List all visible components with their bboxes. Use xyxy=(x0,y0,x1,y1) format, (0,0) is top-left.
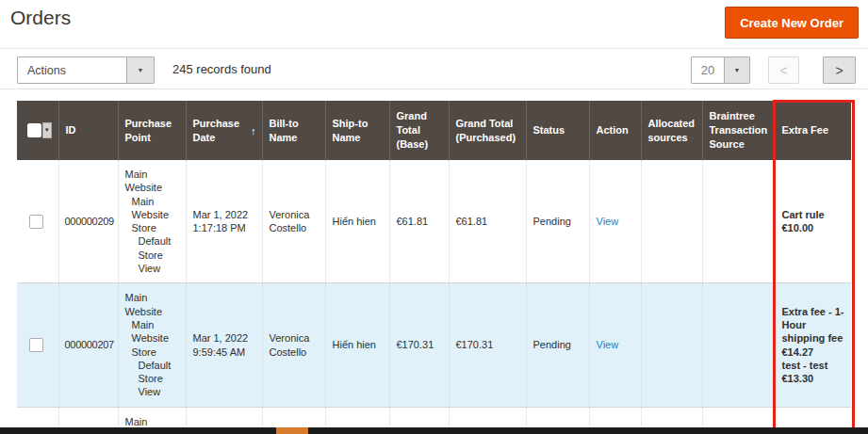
column-header-grand-total-purchased[interactable]: Grand Total (Purchased) xyxy=(449,101,526,160)
bottom-bar-orange-segment xyxy=(276,427,308,434)
status-badge: Pending xyxy=(526,283,589,407)
row-checkbox[interactable] xyxy=(29,215,43,229)
create-new-order-button[interactable]: Create New Order xyxy=(725,7,859,39)
select-all-checkbox[interactable] xyxy=(27,123,41,137)
column-header-allocated-sources[interactable]: Allocated sources xyxy=(641,101,702,160)
column-header-bill-to-name[interactable]: Bill-to Name xyxy=(262,101,325,160)
ship-to-name: Hiển hien xyxy=(325,160,389,283)
actions-dropdown[interactable]: Actions xyxy=(17,56,155,84)
table-row: 000000209 Main Website Main Website Stor… xyxy=(17,160,851,283)
column-header-action[interactable]: Action xyxy=(589,101,641,160)
column-header-braintree-transaction-source[interactable]: Braintree Transaction Source xyxy=(702,101,775,160)
grand-total-base: €170.31 xyxy=(389,283,449,407)
braintree-transaction-source xyxy=(702,160,775,283)
chevron-down-icon xyxy=(126,57,154,83)
purchase-point: Main Website Main Website Store Default … xyxy=(118,283,186,407)
select-all-caret-icon[interactable] xyxy=(42,122,52,138)
column-header-extra-fee[interactable]: Extra Fee xyxy=(775,101,851,160)
status-badge: Pending xyxy=(526,160,589,283)
column-header-ship-to-name[interactable]: Ship-to Name xyxy=(325,101,389,160)
records-found-count: 245 records found xyxy=(172,49,271,89)
bill-to-name: Veronica Costello xyxy=(262,160,325,283)
grand-total-purchased: €61.81 xyxy=(449,160,526,283)
order-id: 000000209 xyxy=(58,160,118,283)
bill-to-name: Veronica Costello xyxy=(262,283,325,407)
allocated-sources xyxy=(641,283,702,407)
purchase-date: Mar 1, 2022 9:59:45 AM xyxy=(186,283,262,407)
braintree-transaction-source xyxy=(702,283,775,407)
page-title: Orders xyxy=(10,7,71,29)
allocated-sources xyxy=(641,160,702,283)
purchase-date: Mar 1, 2022 1:17:18 PM xyxy=(186,160,262,283)
view-order-link[interactable]: View xyxy=(597,216,619,227)
next-page-button[interactable] xyxy=(823,56,856,84)
column-header-grand-total-base[interactable]: Grand Total (Base) xyxy=(389,101,449,160)
order-id: 000000207 xyxy=(58,283,118,407)
extra-fee: Cart rule €10.00 xyxy=(775,160,851,283)
per-page-selector[interactable]: 20 xyxy=(691,56,750,84)
grand-total-purchased: €170.31 xyxy=(449,283,526,407)
grand-total-base: €61.81 xyxy=(389,160,449,283)
actions-dropdown-label: Actions xyxy=(18,57,126,83)
chevron-down-icon xyxy=(724,57,749,83)
orders-table: ID Purchase Point Purchase Date Bill-to … xyxy=(17,101,851,434)
view-order-link[interactable]: View xyxy=(597,339,619,350)
row-checkbox[interactable] xyxy=(29,338,43,352)
ship-to-name: Hiển hien xyxy=(325,283,389,407)
extra-fee: Extra fee - 1-Hour shipping fee €14.27 t… xyxy=(775,283,851,407)
column-header-id[interactable]: ID xyxy=(58,101,118,160)
table-row: 000000207 Main Website Main Website Stor… xyxy=(17,283,851,407)
column-header-purchase-date[interactable]: Purchase Date xyxy=(186,101,262,160)
grid-toolbar: Actions 245 records found 20 xyxy=(0,48,868,89)
table-header-row: ID Purchase Point Purchase Date Bill-to … xyxy=(17,101,851,160)
per-page-value: 20 xyxy=(692,57,724,83)
column-header-purchase-point[interactable]: Purchase Point xyxy=(118,101,186,160)
select-all-header[interactable] xyxy=(17,101,58,160)
column-header-status[interactable]: Status xyxy=(526,101,589,160)
previous-page-button[interactable] xyxy=(768,56,799,84)
purchase-point: Main Website Main Website Store Default … xyxy=(118,160,186,283)
bottom-bar xyxy=(0,427,868,434)
